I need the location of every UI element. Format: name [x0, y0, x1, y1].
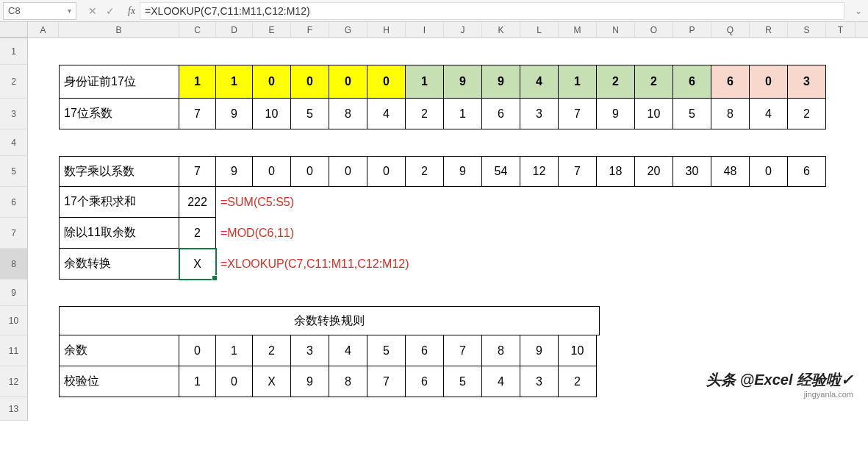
cell-label[interactable]: 除以11取余数 [59, 218, 179, 249]
col-header[interactable]: R [750, 22, 788, 38]
cell[interactable] [28, 249, 59, 280]
col-header[interactable]: H [367, 22, 406, 38]
cell[interactable]: 9 [597, 99, 635, 129]
cell[interactable]: 9 [482, 65, 520, 99]
row-header[interactable]: 13 [0, 397, 28, 421]
cell[interactable] [28, 65, 59, 99]
cell[interactable]: 9 [216, 156, 253, 187]
cell[interactable] [28, 99, 59, 129]
cell[interactable]: 0 [291, 65, 329, 99]
cell[interactable]: 30 [673, 156, 711, 187]
cell[interactable]: 48 [711, 156, 750, 187]
row-header[interactable]: 5 [0, 156, 28, 187]
col-header[interactable]: P [673, 22, 711, 38]
cell[interactable]: 4 [367, 99, 406, 129]
col-header[interactable]: E [253, 22, 291, 38]
cell[interactable]: 20 [635, 156, 673, 187]
cell[interactable]: 7 [444, 335, 482, 366]
col-header[interactable]: T [826, 22, 856, 38]
col-header[interactable]: N [597, 22, 635, 38]
selected-cell[interactable]: X [179, 249, 216, 280]
cell[interactable]: 4 [750, 99, 788, 129]
cell-label[interactable]: 校验位 [59, 366, 179, 397]
cell-label[interactable]: 数字乘以系数 [59, 156, 179, 187]
row-header[interactable]: 7 [0, 218, 28, 249]
cell[interactable]: 2 [788, 99, 826, 129]
cell[interactable]: 10 [253, 99, 291, 129]
cell[interactable]: 5 [444, 366, 482, 397]
cell[interactable]: 6 [711, 65, 750, 99]
cell[interactable]: 1 [216, 335, 253, 366]
cell[interactable]: 7 [179, 156, 216, 187]
cell[interactable]: 2 [179, 218, 216, 249]
cell[interactable]: 3 [291, 335, 329, 366]
row-header[interactable]: 2 [0, 65, 28, 99]
cell[interactable]: 0 [329, 156, 367, 187]
row-header[interactable]: 6 [0, 187, 28, 218]
col-header[interactable]: K [482, 22, 520, 38]
cell[interactable]: 5 [291, 99, 329, 129]
dropdown-icon[interactable]: ▾ [68, 7, 71, 15]
col-header[interactable]: B [59, 22, 179, 38]
cell[interactable]: 0 [179, 335, 216, 366]
col-header[interactable]: G [329, 22, 367, 38]
cell[interactable]: 8 [329, 99, 367, 129]
row-header[interactable]: 11 [0, 335, 28, 366]
cell[interactable] [28, 335, 59, 366]
cell[interactable]: 0 [750, 65, 788, 99]
cell[interactable]: 2 [406, 156, 444, 187]
col-header[interactable]: I [406, 22, 444, 38]
row-header[interactable]: 4 [0, 129, 28, 156]
cell[interactable]: 7 [559, 99, 597, 129]
cell-merged-header[interactable]: 余数转换规则 [59, 306, 600, 335]
cell[interactable]: 9 [444, 65, 482, 99]
col-header[interactable]: C [179, 22, 216, 38]
cell[interactable]: 6 [406, 335, 444, 366]
cell[interactable]: 0 [253, 156, 291, 187]
cell-label[interactable]: 17个乘积求和 [59, 187, 179, 218]
row-header[interactable]: 3 [0, 99, 28, 129]
cell[interactable]: 9 [291, 366, 329, 397]
name-box[interactable]: C8 ▾ [3, 2, 76, 20]
cell[interactable]: 3 [520, 366, 559, 397]
cancel-icon[interactable]: ✕ [88, 5, 97, 17]
cell[interactable]: 8 [482, 335, 520, 366]
cell[interactable]: 0 [329, 65, 367, 99]
row-header[interactable]: 1 [0, 38, 28, 65]
cell[interactable]: 54 [482, 156, 520, 187]
cell[interactable]: 222 [179, 187, 216, 218]
cell[interactable]: 4 [520, 65, 559, 99]
cell[interactable]: 2 [597, 65, 635, 99]
cell[interactable] [28, 218, 59, 249]
cell[interactable]: 0 [367, 156, 406, 187]
cell[interactable]: 18 [597, 156, 635, 187]
cell[interactable]: 6 [788, 156, 826, 187]
confirm-icon[interactable]: ✓ [106, 5, 115, 17]
row-header[interactable]: 8 [0, 249, 28, 280]
formula-input[interactable]: =XLOOKUP(C7,C11:M11,C12:M12) [140, 2, 844, 20]
col-header[interactable]: J [444, 22, 482, 38]
cell[interactable]: 3 [520, 99, 559, 129]
cell[interactable]: 0 [291, 156, 329, 187]
select-all-corner[interactable] [0, 22, 28, 38]
cell[interactable] [28, 187, 59, 218]
fx-icon[interactable]: fx [123, 5, 140, 17]
cell[interactable]: 4 [482, 366, 520, 397]
cell[interactable]: 2 [406, 99, 444, 129]
cell[interactable]: 8 [711, 99, 750, 129]
row-header[interactable]: 12 [0, 366, 28, 397]
cell[interactable]: 8 [329, 366, 367, 397]
cell[interactable]: 10 [559, 335, 597, 366]
cell[interactable]: 2 [253, 335, 291, 366]
cell[interactable]: 1 [216, 65, 253, 99]
cell[interactable]: 0 [750, 156, 788, 187]
cell[interactable]: X [253, 366, 291, 397]
cell[interactable]: 0 [253, 65, 291, 99]
cell[interactable]: 4 [329, 335, 367, 366]
row-header[interactable]: 9 [0, 280, 28, 306]
cell-formula[interactable]: =SUM(C5:S5) [216, 187, 253, 218]
cell-label[interactable]: 身份证前17位 [59, 65, 179, 99]
col-header[interactable]: O [635, 22, 673, 38]
cell[interactable]: 1 [179, 366, 216, 397]
cell[interactable] [28, 156, 59, 187]
